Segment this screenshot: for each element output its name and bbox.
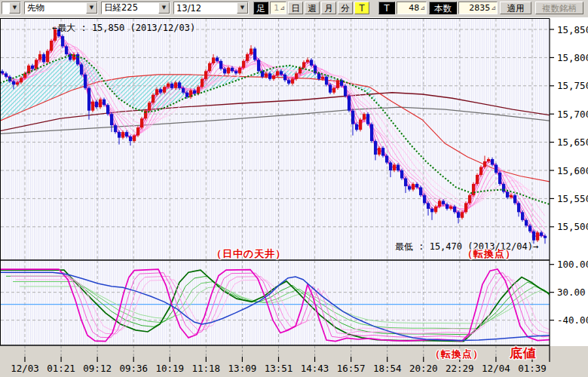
svg-text:09:12: 09:12 [83, 363, 112, 374]
toolbar: ▼ 先物 ▼ 日経225 ▼ 13/12 ▼ 足 1 ⊿ 日 週 月 分 T T… [0, 0, 588, 17]
svg-text:13:09: 13:09 [228, 363, 257, 374]
chevron-down-icon[interactable]: ▼ [86, 2, 97, 14]
monthly-button[interactable]: 月 [321, 2, 336, 14]
weekly-button[interactable]: 週 [305, 2, 320, 14]
svg-text:14:43: 14:43 [301, 363, 329, 374]
svg-text:100.00: 100.00 [557, 259, 588, 270]
spinner-icon[interactable]: ⊿ [491, 5, 496, 11]
svg-text:15,750: 15,750 [557, 80, 588, 91]
symbol-select-value: 日経225 [102, 2, 138, 14]
minute-button[interactable]: 分 [338, 2, 353, 14]
spinner-icon[interactable]: ⊿ [420, 5, 425, 11]
svg-text:11:18: 11:18 [192, 363, 221, 374]
chart-canvas[interactable]: 15,85015,80015,75015,70015,65015,60015,5… [0, 17, 588, 377]
svg-text:-40.00: -40.00 [557, 314, 588, 326]
contract-month-select[interactable]: 13/12 ▼ [173, 2, 249, 14]
bar-count-value: 2835 [469, 3, 490, 13]
apply-button[interactable]: 適用 [500, 2, 531, 14]
svg-text:16:57: 16:57 [337, 363, 366, 374]
symbol-select[interactable]: 日経225 ▼ [101, 2, 170, 14]
chevron-down-icon[interactable]: ▼ [158, 2, 170, 14]
price-chart[interactable]: 15,85015,80015,75015,70015,65015,60015,5… [0, 17, 588, 377]
svg-text:15,500: 15,500 [557, 221, 588, 232]
svg-text:10:19: 10:19 [155, 363, 184, 374]
svg-text:09:36: 09:36 [119, 363, 148, 374]
svg-text:12/04: 12/04 [482, 363, 510, 374]
spinner-icon[interactable]: ⊿ [280, 5, 285, 11]
svg-text:15,600: 15,600 [557, 165, 588, 176]
svg-text:30.00: 30.00 [557, 287, 586, 298]
t-count-input[interactable]: 48 ⊿ [397, 2, 427, 14]
bar-label: 足 [253, 2, 268, 14]
svg-text:20:20: 20:20 [409, 363, 438, 374]
interval-value: 1 [274, 3, 279, 13]
chart-application-window: ▼ 先物 ▼ 日経225 ▼ 13/12 ▼ 足 1 ⊿ 日 週 月 分 T T… [0, 0, 588, 377]
svg-text:15,850: 15,850 [557, 24, 588, 35]
history-dropdown[interactable]: ▼ [2, 2, 21, 14]
svg-text:22:29: 22:29 [446, 363, 474, 374]
market-select-value: 先物 [25, 2, 44, 14]
chevron-down-icon[interactable]: ▼ [9, 2, 20, 14]
multi-symbol-button[interactable]: 複数銘柄 [535, 2, 583, 14]
bar-count-input[interactable]: 2835 ⊿ [458, 2, 498, 14]
market-select[interactable]: 先物 ▼ [24, 2, 98, 14]
svg-text:01:21: 01:21 [47, 363, 75, 374]
daily-button[interactable]: 日 [288, 2, 303, 14]
tick-button[interactable]: T [354, 2, 369, 14]
interval-input[interactable]: 1 ⊿ [270, 2, 286, 14]
bar-count-label: 本数 [429, 2, 457, 14]
t-count-value: 48 [409, 3, 419, 13]
svg-text:01:39: 01:39 [518, 363, 547, 374]
svg-text:12/03: 12/03 [11, 363, 39, 374]
svg-text:15,800: 15,800 [557, 52, 588, 63]
svg-text:18:54: 18:54 [373, 363, 402, 374]
svg-text:13:51: 13:51 [265, 363, 293, 374]
svg-text:15,550: 15,550 [557, 193, 588, 204]
contract-month-value: 13/12 [174, 3, 201, 14]
svg-text:15,700: 15,700 [557, 109, 588, 120]
t-label: T [378, 2, 395, 14]
svg-text:15,650: 15,650 [557, 136, 588, 148]
chevron-down-icon[interactable]: ▼ [237, 2, 248, 14]
